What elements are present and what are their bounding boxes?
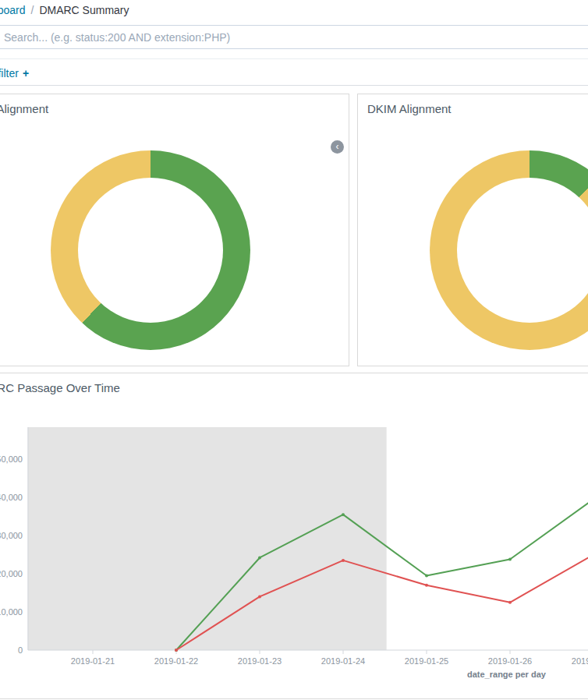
x-axis-tick-label: 2019-01-23 bbox=[238, 656, 282, 666]
breadcrumb-separator: / bbox=[31, 4, 34, 16]
data-point-red[interactable] bbox=[258, 595, 261, 598]
data-point-green[interactable] bbox=[508, 557, 512, 560]
data-point-green[interactable] bbox=[342, 513, 345, 516]
x-axis-tick-label: 2019-01-27 bbox=[572, 656, 588, 666]
panel-dkim-alignment: DKIM Alignment ‹ bbox=[357, 94, 588, 366]
breadcrumb-dashboard-link[interactable]: Dashboard bbox=[0, 4, 26, 16]
y-axis-tick-label: 30,000 bbox=[0, 531, 23, 540]
panel-spf-alignment: SPF Alignment ‹ bbox=[0, 94, 349, 366]
add-filter-link[interactable]: Add a filter+ bbox=[0, 67, 29, 80]
data-point-green[interactable] bbox=[258, 556, 261, 559]
panel-dmarc-passage: DMARC Passage Over Time 2019-01-212019-0… bbox=[0, 373, 588, 699]
y-axis-tick-label: 0 bbox=[18, 645, 23, 655]
line-chart[interactable]: 2019-01-212019-01-222019-01-232019-01-24… bbox=[0, 373, 588, 699]
panel-title-spf: SPF Alignment bbox=[0, 102, 48, 115]
x-axis-tick-label: 2019-01-22 bbox=[154, 656, 198, 666]
y-axis-tick-label: 20,000 bbox=[0, 569, 23, 578]
y-axis-tick-label: 40,000 bbox=[0, 493, 23, 502]
x-axis-tick-label: 2019-01-25 bbox=[405, 656, 448, 666]
data-point-red[interactable] bbox=[342, 559, 345, 562]
x-axis-tick-label: 2019-01-24 bbox=[321, 656, 365, 666]
plus-icon: + bbox=[23, 67, 29, 80]
search-input[interactable] bbox=[0, 25, 588, 49]
kibana-dashboard-page: Dashboard/DMARC Summary Add a filter+ SP… bbox=[0, 0, 588, 700]
donut-chart-dkim[interactable] bbox=[430, 150, 588, 350]
donut-chart-spf[interactable] bbox=[51, 150, 250, 350]
data-point-green[interactable] bbox=[425, 574, 428, 578]
data-point-red[interactable] bbox=[175, 649, 178, 652]
add-filter-label: Add a filter bbox=[0, 67, 19, 80]
query-bar-divider bbox=[0, 58, 588, 59]
breadcrumb-current: DMARC Summary bbox=[39, 4, 129, 16]
dashboard-viewport: Dashboard/DMARC Summary Add a filter+ SP… bbox=[0, 0, 588, 700]
legend-toggle-button[interactable]: ‹ bbox=[331, 140, 344, 154]
x-axis-tick-label: 2019-01-26 bbox=[488, 656, 532, 666]
data-point-red[interactable] bbox=[508, 601, 512, 604]
panel-title-dkim: DKIM Alignment bbox=[367, 102, 452, 115]
data-point-red[interactable] bbox=[425, 584, 428, 587]
y-axis-tick-label: 10,000 bbox=[0, 607, 23, 617]
filter-bar-divider bbox=[0, 85, 588, 86]
y-axis-tick-label: 50,000 bbox=[0, 454, 23, 464]
x-axis-title: date_range per day bbox=[467, 670, 547, 679]
chevron-left-icon: ‹ bbox=[336, 141, 339, 152]
x-axis-tick-label: 2019-01-21 bbox=[71, 656, 115, 666]
breadcrumb: Dashboard/DMARC Summary bbox=[0, 4, 129, 16]
